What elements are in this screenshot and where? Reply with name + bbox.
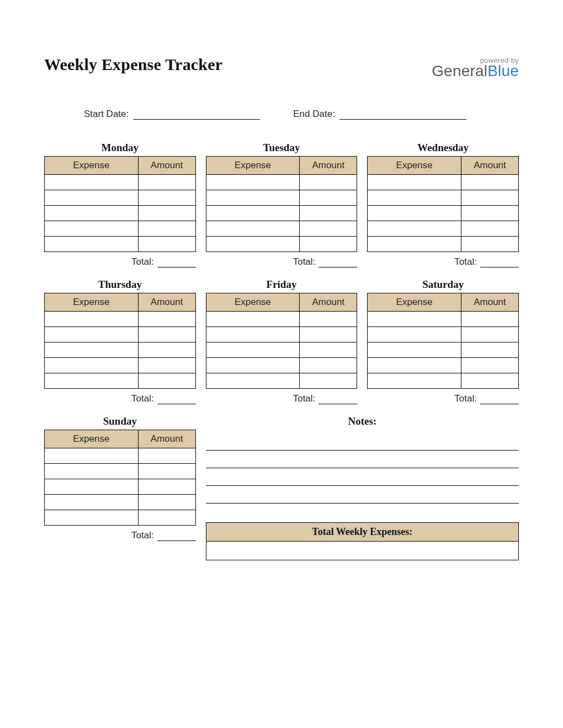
expense-cell[interactable] (368, 327, 461, 342)
expense-cell[interactable] (45, 237, 139, 252)
logo: powered by GeneralBlue (432, 55, 519, 80)
expense-cell[interactable] (368, 237, 461, 252)
amount-cell[interactable] (138, 237, 195, 252)
amount-cell[interactable] (138, 373, 195, 389)
note-line[interactable] (206, 468, 519, 486)
start-date-input[interactable] (133, 108, 260, 120)
expense-cell[interactable] (45, 448, 139, 464)
expense-cell[interactable] (45, 190, 139, 206)
amount-header: Amount (461, 157, 518, 175)
amount-cell[interactable] (461, 373, 518, 389)
expense-cell[interactable] (206, 175, 300, 190)
amount-cell[interactable] (461, 221, 518, 237)
expense-cell[interactable] (45, 373, 139, 389)
total-weekly-value[interactable] (206, 542, 519, 560)
amount-cell[interactable] (300, 373, 357, 389)
amount-cell[interactable] (138, 221, 195, 237)
amount-cell[interactable] (300, 175, 357, 190)
table-row (45, 237, 196, 252)
amount-cell[interactable] (138, 312, 195, 327)
day-total-value[interactable] (157, 529, 196, 541)
amount-cell[interactable] (300, 206, 357, 221)
expense-cell[interactable] (368, 221, 461, 237)
table-row (45, 464, 196, 479)
day-total-value[interactable] (318, 392, 357, 404)
amount-cell[interactable] (138, 190, 195, 206)
expense-cell[interactable] (45, 175, 139, 190)
amount-cell[interactable] (300, 221, 357, 237)
note-line[interactable] (206, 486, 519, 504)
table-row (45, 510, 196, 526)
expense-cell[interactable] (368, 342, 461, 358)
day-total-value[interactable] (157, 392, 196, 404)
table-row (45, 448, 196, 464)
note-line[interactable] (206, 451, 519, 468)
amount-cell[interactable] (300, 342, 357, 358)
expense-cell[interactable] (206, 342, 300, 358)
expense-cell[interactable] (206, 190, 300, 206)
day-total-value[interactable] (480, 255, 519, 267)
amount-cell[interactable] (138, 479, 195, 495)
amount-cell[interactable] (138, 175, 195, 190)
logo-blue: Blue (487, 62, 519, 79)
expense-cell[interactable] (45, 464, 139, 479)
amount-cell[interactable] (300, 237, 357, 252)
note-line[interactable] (206, 433, 519, 451)
table-row (206, 312, 357, 327)
expense-cell[interactable] (206, 373, 300, 389)
table-row (206, 327, 357, 342)
expense-cell[interactable] (206, 358, 300, 373)
expense-header: Expense (206, 293, 300, 312)
amount-cell[interactable] (300, 327, 357, 342)
amount-cell[interactable] (300, 358, 357, 373)
amount-cell[interactable] (138, 510, 195, 526)
days-grid: MondayExpenseAmountTotal:TuesdayExpenseA… (44, 142, 519, 560)
amount-cell[interactable] (138, 358, 195, 373)
expense-cell[interactable] (45, 327, 139, 342)
expense-cell[interactable] (206, 221, 300, 237)
expense-cell[interactable] (368, 206, 461, 221)
amount-cell[interactable] (461, 358, 518, 373)
day-total-value[interactable] (480, 392, 519, 404)
amount-cell[interactable] (300, 312, 357, 327)
amount-cell[interactable] (461, 175, 518, 190)
day-total-value[interactable] (157, 255, 196, 267)
expense-cell[interactable] (45, 206, 139, 221)
amount-cell[interactable] (138, 464, 195, 479)
expense-cell[interactable] (368, 358, 461, 373)
day-heading: Monday (44, 142, 196, 154)
expense-cell[interactable] (45, 479, 139, 495)
expense-cell[interactable] (45, 312, 139, 327)
amount-cell[interactable] (138, 495, 195, 510)
amount-cell[interactable] (138, 206, 195, 221)
table-row (368, 373, 519, 389)
day-total-value[interactable] (318, 255, 357, 267)
expense-cell[interactable] (45, 358, 139, 373)
amount-cell[interactable] (461, 206, 518, 221)
expense-cell[interactable] (368, 373, 461, 389)
expense-cell[interactable] (206, 312, 300, 327)
expense-cell[interactable] (206, 327, 300, 342)
expense-cell[interactable] (45, 495, 139, 510)
expense-cell[interactable] (45, 221, 139, 237)
expense-cell[interactable] (45, 342, 139, 358)
amount-cell[interactable] (138, 448, 195, 464)
expense-cell[interactable] (368, 175, 461, 190)
amount-cell[interactable] (461, 190, 518, 206)
amount-cell[interactable] (461, 237, 518, 252)
amount-cell[interactable] (300, 190, 357, 206)
expense-cell[interactable] (368, 312, 461, 327)
expense-cell[interactable] (45, 510, 139, 526)
amount-cell[interactable] (461, 327, 518, 342)
expense-cell[interactable] (368, 190, 461, 206)
amount-cell[interactable] (138, 342, 195, 358)
amount-cell[interactable] (461, 342, 518, 358)
amount-cell[interactable] (461, 312, 518, 327)
expense-cell[interactable] (206, 206, 300, 221)
day-block: FridayExpenseAmountTotal: (206, 279, 358, 404)
end-date-input[interactable] (339, 108, 466, 120)
expense-cell[interactable] (206, 237, 300, 252)
day-total-label: Total: (454, 256, 477, 267)
amount-cell[interactable] (138, 327, 195, 342)
table-row (45, 327, 196, 342)
